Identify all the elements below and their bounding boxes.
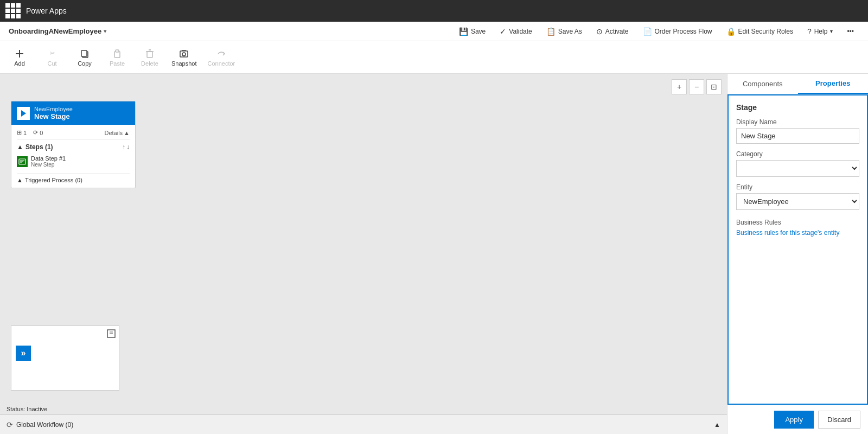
delete-label: Delete	[141, 60, 158, 67]
toolbar: Add ✂ Cut Copy Paste Delete	[0, 41, 868, 74]
save-as-icon: 📋	[546, 27, 556, 36]
panel-footer: Apply Discard	[727, 405, 868, 434]
stage-name: New Stage	[34, 112, 73, 120]
details-link[interactable]: Details ▲	[104, 130, 130, 136]
global-workflow-label: Global Workflow (0)	[16, 421, 73, 429]
activate-button[interactable]: ⊙ Activate	[591, 24, 634, 39]
add-button[interactable]: Add	[9, 48, 30, 67]
app-name-text: OnboardingANewEmployee	[9, 27, 101, 35]
save-as-label: Save As	[558, 28, 582, 35]
category-label: Category	[736, 150, 859, 158]
zoom-in-button[interactable]: +	[672, 79, 687, 94]
details-text: Details	[104, 130, 123, 136]
up-arrow[interactable]: ↑	[122, 143, 125, 151]
display-name-label: Display Name	[736, 118, 859, 126]
steps-section-label: Steps (1)	[25, 143, 53, 151]
order-process-icon: 📄	[643, 27, 652, 36]
entity-label: Entity	[736, 183, 859, 191]
stage-title-block: NewEmployee New Stage	[34, 106, 73, 120]
steps-section-header: ▲ Steps (1) ↑ ↓	[17, 143, 130, 151]
workflow-spin-icon: ⟳	[7, 420, 13, 429]
step-subname: New Step	[31, 162, 66, 168]
help-button[interactable]: ? Help ▾	[802, 24, 838, 39]
help-icon: ?	[807, 27, 812, 36]
paste-icon	[112, 48, 123, 59]
save-icon: 💾	[459, 27, 468, 36]
data-step-item[interactable]: Data Step #1 New Step	[17, 153, 130, 170]
canvas[interactable]: + − ⊡ NewEmployee New Stage ⊞	[0, 74, 727, 434]
steps-number: 1	[23, 130, 27, 136]
cut-icon: ✂	[47, 48, 58, 59]
security-label: Edit Security Roles	[738, 28, 793, 35]
stage-meta-left: ⊞ 1 ⟳ 0	[17, 129, 43, 136]
copy-icon	[79, 48, 90, 59]
mini-card-header	[11, 326, 119, 341]
steps-icon: ⊞	[17, 129, 22, 136]
edit-security-roles-button[interactable]: 🔒 Edit Security Roles	[721, 24, 799, 39]
add-label: Add	[14, 60, 25, 67]
stage-meta: ⊞ 1 ⟳ 0 Details ▲	[17, 129, 130, 136]
tab-components[interactable]: Components	[727, 74, 798, 94]
category-select[interactable]: Qualify Develop Propose Close	[736, 160, 859, 177]
app-title: Power Apps	[26, 7, 67, 15]
save-as-button[interactable]: 📋 Save As	[541, 24, 588, 39]
svg-rect-6	[147, 52, 152, 58]
discard-button[interactable]: Discard	[818, 411, 860, 429]
cut-label: Cut	[47, 60, 56, 67]
activate-label: Activate	[605, 28, 629, 35]
triggers-number: 0	[40, 130, 43, 136]
validate-icon: ✓	[500, 27, 506, 36]
validate-label: Validate	[509, 28, 532, 35]
app-name-chevron[interactable]: ▾	[104, 28, 106, 34]
steps-section-arrows[interactable]: ↑ ↓	[122, 143, 130, 151]
business-rules-link[interactable]: Business rules for this stage's entity	[736, 229, 839, 237]
app-name[interactable]: OnboardingANewEmployee ▾	[9, 27, 106, 35]
order-process-flow-button[interactable]: 📄 Order Process Flow	[637, 24, 718, 39]
steps-section-triangle: ▲	[17, 143, 23, 151]
status-text: Status: Inactive	[7, 406, 47, 412]
more-options-button[interactable]: •••	[841, 25, 859, 38]
main-layout: + − ⊡ NewEmployee New Stage ⊞	[0, 74, 868, 434]
delete-icon	[144, 48, 155, 59]
svg-rect-3	[81, 50, 87, 56]
validate-button[interactable]: ✓ Validate	[494, 24, 537, 39]
panel-tabs: Components Properties	[727, 74, 868, 94]
connector-label: Connector	[207, 60, 235, 67]
triggered-triangle: ▲	[17, 177, 23, 183]
save-label: Save	[471, 28, 486, 35]
expand-icon[interactable]	[107, 329, 116, 338]
connector-button[interactable]: Connector	[207, 48, 235, 67]
down-arrow[interactable]: ↓	[126, 143, 130, 151]
apply-button[interactable]: Apply	[774, 411, 814, 429]
stage-card[interactable]: NewEmployee New Stage ⊞ 1 ⟳ 0	[11, 101, 136, 188]
tab-properties[interactable]: Properties	[798, 74, 869, 94]
save-button[interactable]: 💾 Save	[454, 24, 491, 39]
zoom-fit-button[interactable]: ⊡	[706, 79, 722, 94]
cut-button[interactable]: ✂ Cut	[41, 48, 63, 67]
collapse-icon[interactable]: ▲	[714, 421, 720, 429]
more-icon: •••	[847, 28, 854, 35]
paste-label: Paste	[110, 60, 125, 67]
copy-button[interactable]: Copy	[74, 48, 95, 67]
svg-point-10	[182, 53, 186, 56]
delete-button[interactable]: Delete	[139, 48, 161, 67]
right-panel: Components Properties Stage Display Name…	[727, 74, 868, 434]
paste-button[interactable]: Paste	[106, 48, 128, 67]
zoom-out-button[interactable]: −	[689, 79, 704, 94]
status-bar: Status: Inactive	[0, 404, 54, 414]
copy-label: Copy	[78, 60, 92, 67]
mini-stage-icon: »	[16, 346, 31, 361]
mini-card[interactable]: »	[11, 326, 119, 391]
divider-2	[17, 173, 130, 174]
stage-card-body: ⊞ 1 ⟳ 0 Details ▲	[11, 125, 135, 188]
waffle-icon[interactable]	[5, 3, 21, 18]
steps-count: ⊞ 1	[17, 129, 27, 136]
entity-select[interactable]: NewEmployee	[736, 193, 859, 210]
triggered-label: Triggered Process (0)	[25, 177, 82, 183]
snapshot-button[interactable]: Snapshot	[171, 48, 196, 67]
display-name-input[interactable]	[736, 128, 859, 144]
business-rules-section: Business Rules Business rules for this s…	[736, 219, 859, 237]
details-chevron: ▲	[124, 130, 130, 136]
stage-card-icon	[17, 107, 30, 120]
global-workflow-bar[interactable]: ⟳ Global Workflow (0) ▲	[0, 414, 727, 434]
